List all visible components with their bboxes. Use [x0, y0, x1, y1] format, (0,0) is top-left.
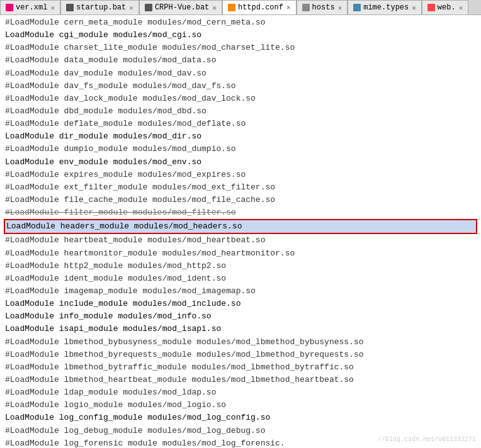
- code-line-16: LoadModule headers_module modules/mod_he…: [4, 219, 477, 234]
- tab-label-startup-bat: startup.bat: [76, 3, 126, 12]
- tab-label-crph-vue-bat: CRPH-Vue.bat: [155, 3, 209, 12]
- editor-area: #LoadModule cern_meta_module modules/mod…: [0, 15, 481, 448]
- tab-close-mime-types[interactable]: ✕: [412, 4, 416, 12]
- tab-label-httpd-conf: httpd.conf: [238, 3, 283, 12]
- tab-icon-httpd-conf: [228, 4, 235, 11]
- code-line-32: #LoadModule log_debug_module modules/mod…: [4, 425, 477, 437]
- code-line-21: #LoadModule imagemap_module modules/mod_…: [4, 285, 477, 298]
- code-line-1: LoadModule cgi_module modules/mod_cgi.so: [4, 29, 477, 42]
- code-line-26: #LoadModule lbmethod_byrequests_module m…: [4, 349, 477, 361]
- tab-close-httpd-conf[interactable]: ✕: [286, 3, 291, 11]
- tab-bar: ver.xml✕startup.bat✕CRPH-Vue.bat✕httpd.c…: [0, 0, 481, 15]
- tab-close-hosts[interactable]: ✕: [338, 4, 342, 12]
- tab-crph-vue-bat[interactable]: CRPH-Vue.bat✕: [139, 0, 222, 15]
- code-line-3: #LoadModule data_module modules/mod_data…: [4, 54, 477, 67]
- code-content: #LoadModule cern_meta_module modules/mod…: [0, 15, 481, 448]
- code-line-31: LoadModule log_config_module modules/mod…: [4, 412, 477, 424]
- code-line-10: #LoadModule dumpio_module modules/mod_du…: [4, 143, 477, 155]
- tab-close-crph-vue-bat[interactable]: ✕: [212, 4, 217, 12]
- tab-mime-types[interactable]: mime.types✕: [348, 0, 422, 15]
- code-line-4: #LoadModule dav_module modules/mod_dav.s…: [4, 67, 477, 80]
- tab-icon-crph-vue-bat: [145, 4, 152, 11]
- tab-label-mime-types: mime.types: [363, 3, 409, 12]
- tab-startup-bat[interactable]: startup.bat✕: [60, 0, 139, 15]
- tab-icon-ver-xml: [6, 4, 13, 11]
- tab-icon-mime-types: [353, 4, 361, 11]
- code-line-20: #LoadModule ident_module modules/mod_ide…: [4, 272, 477, 285]
- code-line-19: #LoadModule http2_module modules/mod_htt…: [4, 260, 477, 272]
- tab-web[interactable]: web.✕: [422, 0, 468, 15]
- tab-label-web: web.: [438, 3, 456, 12]
- code-line-23: LoadModule info_module modules/mod_info.…: [4, 310, 477, 323]
- code-line-6: #LoadModule dav_lock_module modules/mod_…: [4, 92, 477, 105]
- code-line-12: #LoadModule expires_module modules/mod_e…: [4, 169, 477, 181]
- tab-label-hosts: hosts: [312, 3, 335, 12]
- code-line-8: #LoadModule deflate_module modules/mod_d…: [4, 118, 477, 130]
- code-line-24: LoadModule isapi_module modules/mod_isap…: [4, 323, 477, 335]
- tab-hosts[interactable]: hosts✕: [297, 0, 348, 15]
- tab-icon-web: [427, 4, 435, 11]
- code-line-18: #LoadModule heartmonitor_module modules/…: [4, 247, 477, 260]
- tab-close-ver-xml[interactable]: ✕: [50, 4, 55, 12]
- tab-close-web[interactable]: ✕: [459, 4, 463, 12]
- tab-httpd-conf[interactable]: httpd.conf✕: [222, 0, 297, 15]
- code-line-14: #LoadModule file_cache_module modules/mo…: [4, 194, 477, 206]
- code-line-17: #LoadModule heartbeat_module modules/mod…: [4, 234, 477, 247]
- tab-label-ver-xml: ver.xml: [16, 3, 47, 12]
- code-line-15: #LoadModule filter_module modules/mod_fi…: [4, 206, 477, 219]
- code-line-30: #LoadModule logio_module modules/mod_log…: [4, 399, 477, 412]
- code-line-9: LoadModule dir_module modules/mod_dir.so: [4, 130, 477, 143]
- code-line-25: #LoadModule lbmethod_bybusyness_module m…: [4, 336, 477, 349]
- code-line-0: #LoadModule cern_meta_module modules/mod…: [4, 16, 477, 29]
- code-line-11: LoadModule env_module modules/mod_env.so: [4, 156, 477, 169]
- code-line-13: #LoadModule ext_filter_module modules/mo…: [4, 181, 477, 194]
- code-line-29: #LoadModule ldap_module modules/mod_ldap…: [4, 386, 477, 399]
- code-line-2: #LoadModule charset_lite_module modules/…: [4, 42, 477, 54]
- code-line-5: #LoadModule dav_fs_module modules/mod_da…: [4, 80, 477, 92]
- tab-icon-startup-bat: [66, 4, 74, 11]
- code-line-27: #LoadModule lbmethod_bytraffic_module mo…: [4, 361, 477, 374]
- tab-icon-hosts: [302, 4, 310, 11]
- code-line-7: #LoadModule dbd_module modules/mod_dbd.s…: [4, 105, 477, 118]
- tab-close-startup-bat[interactable]: ✕: [129, 4, 133, 12]
- tab-ver-xml[interactable]: ver.xml✕: [0, 0, 60, 15]
- code-line-28: #LoadModule lbmethod_heartbeat_module mo…: [4, 374, 477, 386]
- code-line-22: LoadModule include_module modules/mod_in…: [4, 298, 477, 310]
- code-line-33: #LoadModule log_forensic module modules/…: [4, 437, 477, 448]
